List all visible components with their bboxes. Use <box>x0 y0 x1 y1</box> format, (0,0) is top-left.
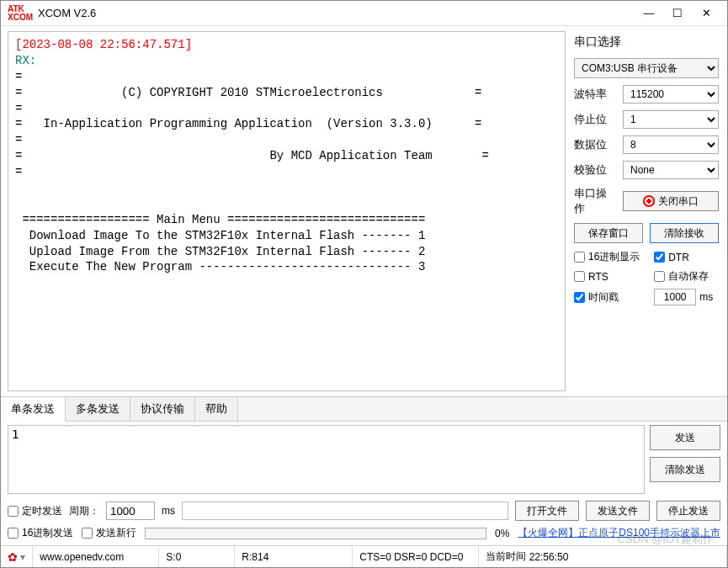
status-recv: R:814 <box>235 546 353 567</box>
op-label: 串口操作 <box>574 186 616 216</box>
send-textarea[interactable] <box>8 425 645 494</box>
status-url[interactable]: www.openedv.com <box>33 546 159 567</box>
toggle-port-button[interactable]: 关闭串口 <box>623 191 719 211</box>
send-newline-checkbox[interactable]: 发送新行 <box>82 526 136 540</box>
dtr-checkbox[interactable]: DTR <box>654 252 719 263</box>
data-select[interactable]: 8 <box>623 135 719 154</box>
status-time: 22:56:50 <box>529 551 569 563</box>
lower-controls-1: 定时发送 周期： ms 打开文件 发送文件 停止发送 <box>1 497 727 524</box>
baud-label: 波特率 <box>574 87 616 102</box>
period-unit: ms <box>162 505 175 517</box>
autosave-checkbox[interactable]: 自动保存 <box>654 269 719 284</box>
clear-receive-button[interactable]: 清除接收 <box>650 223 719 243</box>
serial-section-title: 串口选择 <box>574 35 719 50</box>
progress-pct: 0% <box>495 528 509 539</box>
rx-content: = = (C) COPYRIGHT 2010 STMicroelectronic… <box>15 70 489 274</box>
receive-log[interactable]: [2023-08-08 22:56:47.571] RX: = = (C) CO… <box>8 31 566 391</box>
lower-controls-2: 16进制发送 发送新行 0% 【火爆全网】正点原子DS100手持示波器上市 <box>1 524 727 545</box>
file-path-field[interactable] <box>182 502 508 520</box>
progress-bar <box>145 528 486 539</box>
save-window-button[interactable]: 保存窗口 <box>574 223 643 243</box>
tab-protocol[interactable]: 协议传输 <box>130 397 195 421</box>
status-time-label: 当前时间 <box>486 549 526 564</box>
maximize-button[interactable]: ☐ <box>663 4 692 23</box>
left-pane: [2023-08-08 22:56:47.571] RX: = = (C) CO… <box>1 26 569 395</box>
timestamp-checkbox[interactable]: 时间戳 <box>574 290 646 305</box>
port-select[interactable]: COM3:USB 串行设备 <box>574 58 719 78</box>
period-label: 周期： <box>69 504 99 518</box>
gear-icon: ✿ <box>8 550 18 564</box>
parity-label: 校验位 <box>574 162 616 178</box>
main-body: [2023-08-08 22:56:47.571] RX: = = (C) CO… <box>1 26 727 395</box>
open-file-button[interactable]: 打开文件 <box>515 501 579 521</box>
send-tabs: 单条发送 多条发送 协议传输 帮助 <box>1 396 727 422</box>
rx-label: RX: <box>15 54 36 67</box>
rts-checkbox[interactable]: RTS <box>574 271 646 283</box>
chevron-down-icon: ▾ <box>20 551 25 563</box>
period-input[interactable] <box>106 502 155 520</box>
tab-single-send[interactable]: 单条发送 <box>1 397 66 422</box>
minimize-button[interactable]: — <box>635 4 663 23</box>
clear-send-button[interactable]: 清除发送 <box>650 457 720 482</box>
rx-timestamp: [2023-08-08 22:56:47.571] <box>15 38 192 51</box>
send-file-button[interactable]: 发送文件 <box>586 501 650 521</box>
parity-select[interactable]: None <box>623 161 719 179</box>
data-label: 数据位 <box>574 137 616 152</box>
status-sent: S:0 <box>159 546 235 567</box>
baud-select[interactable]: 115200 <box>623 85 719 104</box>
window-title: XCOM V2.6 <box>38 7 635 19</box>
statusbar: ✿ ▾ www.openedv.com S:0 R:814 CTS=0 DSR=… <box>1 545 727 567</box>
app-window: ATKXCOM XCOM V2.6 — ☐ ✕ [2023-08-08 22:5… <box>0 0 728 568</box>
status-gear[interactable]: ✿ ▾ <box>1 546 33 567</box>
hex-display-checkbox[interactable]: 16进制显示 <box>574 250 646 264</box>
stop-label: 停止位 <box>574 112 616 127</box>
titlebar: ATKXCOM XCOM V2.6 — ☐ ✕ <box>1 1 727 26</box>
right-pane: 串口选择 COM3:USB 串行设备 波特率 115200 停止位 1 数据位 … <box>569 26 727 395</box>
stop-send-button[interactable]: 停止发送 <box>656 501 720 521</box>
status-lines: CTS=0 DSR=0 DCD=0 <box>353 546 479 567</box>
tab-multi-send[interactable]: 多条发送 <box>66 397 130 421</box>
promo-link[interactable]: 【火爆全网】正点原子DS100手持示波器上市 <box>518 526 720 540</box>
timed-send-checkbox[interactable]: 定时发送 <box>8 504 62 518</box>
timestamp-unit: ms <box>699 291 713 303</box>
close-button[interactable]: ✕ <box>692 4 720 23</box>
timestamp-interval-input[interactable] <box>654 289 696 305</box>
send-panel: 发送 清除发送 <box>1 422 727 497</box>
tab-help[interactable]: 帮助 <box>195 397 238 421</box>
stop-select[interactable]: 1 <box>623 110 719 129</box>
hex-send-checkbox[interactable]: 16进制发送 <box>8 526 73 540</box>
send-button[interactable]: 发送 <box>650 425 720 450</box>
app-logo: ATKXCOM <box>8 5 33 22</box>
